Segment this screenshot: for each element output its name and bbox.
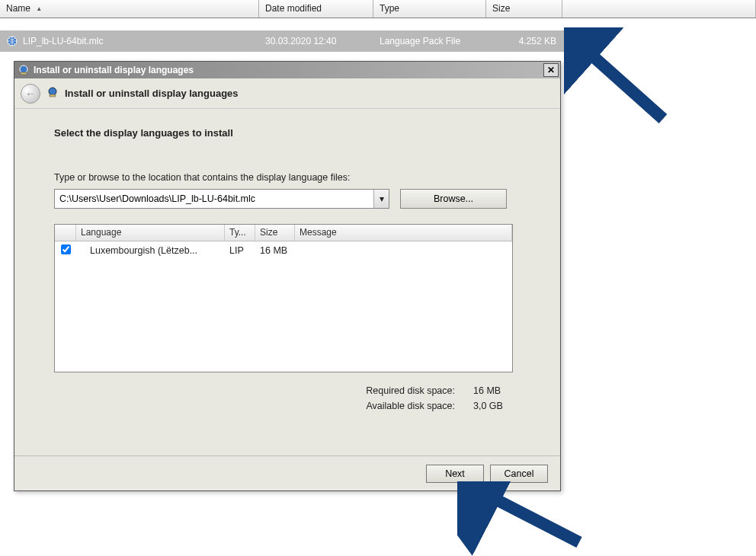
chevron-down-icon: ▾ [380, 193, 384, 204]
wizard-header: Install or uninstall display languages [14, 78, 560, 109]
install-languages-dialog: Install or uninstall display languages ✕… [14, 61, 561, 491]
explorer-column-header: Name ▲ Date modified Type Size [0, 0, 756, 18]
svg-point-1 [20, 66, 27, 73]
language-table: Language Ty... Size Message Luxembourgis… [54, 224, 513, 372]
column-size-label: Size [492, 3, 510, 14]
column-name[interactable]: Name ▲ [0, 0, 259, 18]
disk-info: Required disk space: 16 MB Available dis… [54, 383, 513, 414]
section-heading: Select the display languages to install [54, 127, 524, 139]
file-size: 4.252 KB [486, 36, 562, 46]
language-pack-file-icon [6, 35, 18, 47]
th-language[interactable]: Language [76, 225, 225, 241]
th-checkbox[interactable] [55, 225, 76, 241]
cancel-button[interactable]: Cancel [490, 465, 548, 483]
svg-rect-4 [50, 94, 56, 97]
path-instruction: Type or browse to the location that cont… [54, 172, 524, 183]
column-date[interactable]: Date modified [259, 0, 373, 18]
file-row-selected[interactable]: LIP_lb-LU-64bit.mlc 30.03.2020 12:40 Lan… [0, 30, 564, 52]
annotation-arrow-icon [564, 27, 686, 134]
column-date-label: Date modified [265, 3, 322, 14]
close-button[interactable]: ✕ [543, 63, 559, 77]
dialog-title: Install or uninstall display languages [34, 65, 543, 75]
required-disk-label: Required disk space: [366, 383, 455, 398]
language-type: LIP [225, 245, 255, 256]
required-disk-value: 16 MB [473, 383, 513, 398]
column-type[interactable]: Type [373, 0, 486, 18]
path-input[interactable] [55, 190, 373, 208]
file-name: LIP_lb-LU-64bit.mlc [23, 36, 103, 46]
dialog-body: Select the display languages to install … [14, 109, 560, 423]
column-name-label: Name [6, 3, 30, 14]
globe-installer-icon [18, 64, 30, 76]
browse-button[interactable]: Browse... [400, 189, 507, 209]
th-message[interactable]: Message [295, 225, 512, 241]
annotation-arrow-icon [457, 481, 594, 556]
svg-point-3 [49, 88, 56, 95]
file-date: 30.03.2020 12:40 [259, 36, 373, 46]
back-button[interactable] [21, 84, 40, 104]
th-size[interactable]: Size [255, 225, 295, 241]
globe-installer-icon [46, 86, 59, 101]
language-name: Luxembourgish (Lëtzeb... [76, 245, 225, 256]
available-disk-value: 3,0 GB [473, 398, 513, 414]
available-disk-label: Available disk space: [366, 398, 455, 414]
language-table-header: Language Ty... Size Message [55, 225, 512, 241]
path-dropdown-button[interactable]: ▾ [373, 190, 389, 208]
file-type: Language Pack File [373, 36, 486, 46]
path-combobox[interactable]: ▾ [54, 189, 389, 209]
sort-ascending-icon: ▲ [36, 5, 42, 12]
language-size: 16 MB [255, 245, 295, 256]
svg-line-5 [578, 43, 663, 119]
close-icon: ✕ [547, 65, 555, 75]
column-type-label: Type [380, 3, 399, 14]
th-type[interactable]: Ty... [225, 225, 255, 241]
column-size[interactable]: Size [486, 0, 562, 18]
dialog-footer: Next Cancel [14, 455, 560, 490]
path-row: ▾ Browse... [54, 189, 524, 209]
language-checkbox[interactable] [61, 244, 71, 254]
dialog-titlebar[interactable]: Install or uninstall display languages ✕ [14, 62, 560, 78]
svg-line-6 [479, 490, 579, 542]
wizard-title: Install or uninstall display languages [65, 88, 239, 99]
next-button[interactable]: Next [426, 465, 484, 483]
column-filler [562, 0, 756, 18]
svg-rect-2 [21, 72, 27, 75]
language-row[interactable]: Luxembourgish (Lëtzeb... LIP 16 MB [55, 241, 512, 260]
